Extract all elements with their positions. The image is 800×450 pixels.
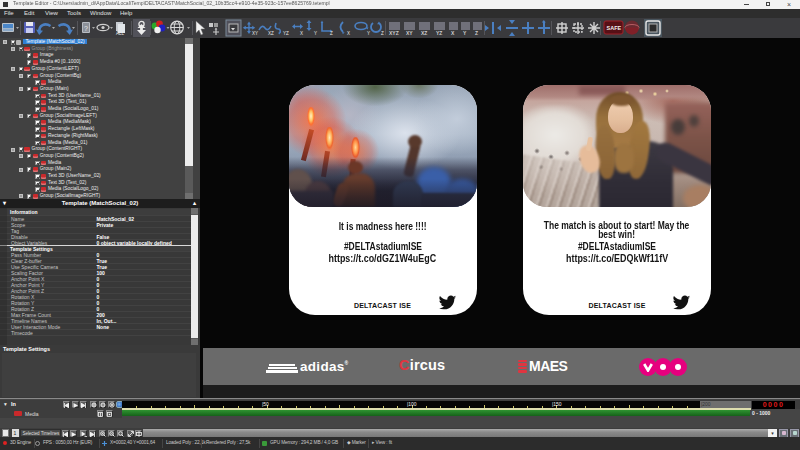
svg-text:XYZ: XYZ [389, 30, 399, 36]
svg-text:XY: XY [406, 30, 413, 36]
svg-text:ALL: ALL [116, 31, 125, 36]
svg-text:Y: Y [314, 31, 317, 36]
svg-text:Z: Z [330, 31, 333, 36]
svg-text:XY: XY [252, 31, 258, 36]
svg-text:?: ? [84, 25, 88, 32]
svg-text:X: X [451, 30, 455, 36]
svg-text:X: X [347, 31, 350, 36]
svg-text:XZ: XZ [268, 31, 274, 36]
svg-text:YZ: YZ [283, 31, 289, 36]
svg-text:YZ: YZ [436, 30, 442, 36]
svg-text:Y: Y [463, 30, 467, 36]
svg-text:X: X [300, 31, 303, 36]
svg-text:Y: Y [367, 31, 370, 36]
svg-text:SAFE: SAFE [607, 25, 622, 31]
svg-text:Z: Z [475, 30, 478, 36]
svg-text:XZ: XZ [421, 30, 427, 36]
svg-text:Z: Z [381, 31, 384, 36]
